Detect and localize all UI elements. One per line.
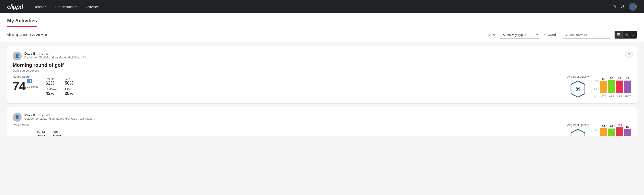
score-badge: +4 — [27, 79, 32, 83]
avatar: 👤 — [13, 52, 22, 60]
user-name: Dave Billingham — [24, 52, 87, 55]
edit-icon: ✏ — [628, 52, 630, 56]
person-icon-2: 👤 — [15, 115, 20, 120]
activity-card-2: 👤 Dave Billingham October 16, 2021 · Gog… — [7, 107, 637, 136]
stats-grid: FW Hit 62% GIR 50% Up/Down 43% 1 Putt 28… — [46, 77, 76, 96]
bar-wrapper-arg: 89 — [616, 76, 623, 93]
card-header: 👤 Dave Billingham December 05, 2021 · Go… — [13, 52, 631, 60]
grid-icon: ⊞ — [625, 32, 628, 37]
svg-marker-1 — [571, 129, 585, 136]
logo[interactable]: clippd — [7, 3, 23, 10]
show-label: Show: — [488, 33, 496, 36]
bar-value-ott: 85 — [602, 78, 605, 81]
card-body: Round Score 74 +4 18 Holes FW Hit 62% GI… — [13, 75, 631, 98]
avg-shot-section-2: Avg Shot Quality 100 50 0 — [567, 124, 631, 136]
bar-wrapper-ott: 85 — [600, 76, 607, 93]
fw-hit-stat: FW Hit 62% — [46, 77, 57, 86]
teams-chevron-icon: ▾ — [45, 6, 46, 8]
logo-text: clippd — [7, 3, 23, 10]
round-score-value: 74 — [13, 80, 26, 92]
bar-ott-2 — [600, 128, 607, 136]
round-score-label: Round Score — [13, 75, 38, 78]
bar-putt-2 — [624, 129, 631, 136]
list-wide-icon: ≡ — [632, 33, 634, 37]
activity-card: ✏ 👤 Dave Billingham December 05, 2021 · … — [7, 46, 637, 104]
list-dense-view-button[interactable]: ☰ — [615, 31, 622, 38]
filter-right: Show: All Activity Types Round Practice … — [488, 31, 637, 38]
holes-label: 18 Holes — [27, 85, 38, 88]
user-date: December 05, 2021 · Gog Magog Golf Club … — [24, 56, 87, 59]
bar-putt — [624, 80, 631, 93]
list-wide-view-button[interactable]: ≡ — [630, 31, 637, 38]
edit-button[interactable]: ✏ — [625, 50, 633, 58]
chart-col-arg-2: 106 ARG — [616, 124, 623, 136]
bar-app — [608, 80, 615, 93]
avg-shot-section: Avg Shot Quality 89 100 50 0 — [567, 75, 631, 98]
activity-type-select[interactable]: All Activity Types Round Practice — [500, 31, 540, 38]
bar-wrapper-putt: 89 — [624, 76, 631, 93]
person-icon: 👤 — [15, 54, 20, 58]
viewing-text: Viewing 12 out of 29 Activities — [7, 33, 48, 36]
page-title: My Activities — [7, 18, 37, 27]
y-axis: 100 50 0 — [594, 80, 598, 98]
gir-stat: GIR 50% — [65, 77, 76, 86]
hex-value-text: 89 — [576, 86, 581, 92]
card-header-2: 👤 Dave Billingham October 16, 2021 · Gog… — [13, 113, 631, 122]
bar-wrapper-arg-2: 106 — [616, 124, 623, 136]
bar-value-arg: 89 — [618, 77, 621, 80]
main-content: ✏ 👤 Dave Billingham December 05, 2021 · … — [0, 46, 644, 147]
navbar: clippd Teams ▾ Performance ▾ Activities … — [0, 0, 644, 14]
nav-teams[interactable]: Teams ▾ — [34, 3, 47, 10]
stats-grid-2: FW Hit 43% GIR 56% — [37, 131, 62, 136]
card-user-info: Dave Billingham December 05, 2021 · Gog … — [24, 52, 87, 59]
hex-container-2: Avg Shot Quality — [567, 124, 589, 136]
card-user-info-2: Dave Billingham October 16, 2021 · Gog M… — [24, 113, 95, 120]
keywords-label: Keywords: — [544, 33, 558, 36]
view-toggle: ☰ ⊞ ≡ — [614, 31, 637, 38]
user-date-2: October 16, 2021 · Gog Magog Golf Club ·… — [24, 117, 95, 120]
card-source: Data Source: Arccos — [13, 69, 631, 72]
y-axis-2: 100 50 0 — [594, 128, 598, 136]
user-name-2: Dave Billingham — [24, 113, 95, 116]
nav-performance[interactable]: Performance ▾ — [54, 3, 78, 10]
performance-chevron-icon: ▾ — [76, 6, 76, 8]
round-score-group-2: Round Score — [13, 124, 30, 136]
bar-value-ott-2: 94 — [602, 125, 605, 128]
grid-view-button[interactable]: ⊞ — [622, 31, 630, 38]
fw-hit-stat-2: FW Hit 43% — [37, 131, 46, 136]
bar-value-app-2: 93 — [610, 125, 613, 128]
avg-shot-label: Avg Shot Quality — [567, 75, 589, 78]
bar-wrapper-putt-2: 87 — [624, 124, 631, 136]
page-header: My Activities — [0, 14, 644, 27]
round-score-label-2: Round Score — [13, 124, 30, 127]
add-icon[interactable]: ⊕ — [612, 4, 616, 9]
hexagon: 89 — [569, 80, 587, 98]
bar-value-putt-2: 87 — [626, 126, 629, 129]
bar-label-arg: ARG — [617, 95, 622, 98]
activity-type-select-wrapper: All Activity Types Round Practice ▾ — [500, 31, 540, 38]
chart-col-putt-2: 87 PUTT — [624, 124, 631, 136]
bar-chart-2: 100 50 0 94 OTT 93 — [594, 124, 631, 136]
list-dense-icon: ☰ — [617, 32, 620, 37]
score-placeholder — [13, 128, 24, 128]
gir-stat-2: GIR 56% — [53, 131, 62, 136]
bar-label-app: APP — [609, 95, 614, 98]
chart-col-ott: 85 OTT — [600, 76, 607, 98]
user-avatar[interactable]: 👤 ▾ — [629, 3, 637, 11]
round-score-block: 74 +4 18 Holes — [13, 79, 38, 92]
bar-value-app: 90 — [610, 77, 613, 80]
avatar-2: 👤 — [13, 113, 22, 122]
bar-arg-2 — [616, 128, 623, 136]
keyword-search-input[interactable] — [562, 31, 611, 38]
bar-value-arg-2: 106 — [618, 124, 622, 127]
chart-col-ott-2: 94 OTT — [600, 124, 607, 136]
nav-activities[interactable]: Activities — [84, 3, 100, 10]
one-putt-stat: 1 Putt 28% — [65, 88, 76, 96]
avg-shot-label-2: Avg Shot Quality — [567, 124, 589, 127]
bar-label-putt: PUTT — [624, 95, 631, 98]
nav-right: ⊕ ↺ 👤 ▾ — [612, 3, 637, 11]
bar-wrapper-app: 90 — [608, 76, 615, 93]
bar-value-putt: 89 — [626, 77, 629, 80]
refresh-icon[interactable]: ↺ — [620, 4, 624, 9]
avatar-chevron-icon: ▾ — [635, 6, 636, 8]
